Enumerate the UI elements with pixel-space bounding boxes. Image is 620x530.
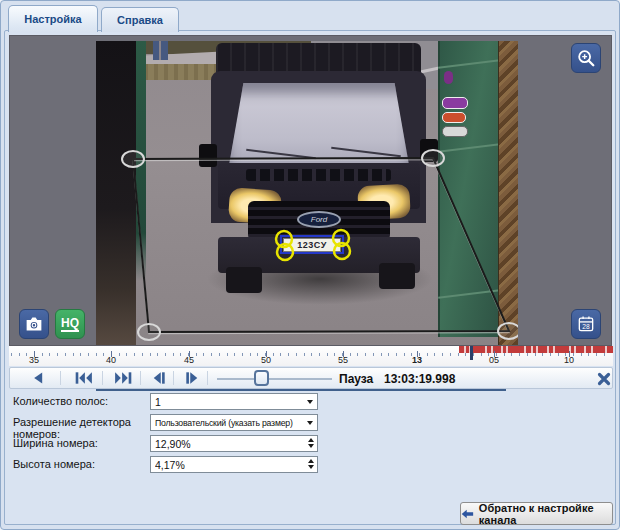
close-archive-button[interactable] <box>596 371 612 387</box>
ruler-tick-minor <box>519 353 520 356</box>
ruler-label: 10 <box>559 355 579 365</box>
ruler-tick-minor <box>250 353 251 356</box>
arrow-left-icon <box>461 508 474 520</box>
ruler-tick-minor <box>142 353 143 356</box>
ruler-tick-minor <box>165 353 166 356</box>
ruler-tick-minor <box>80 353 81 356</box>
plate-height-input[interactable]: 4,17% <box>150 456 318 473</box>
ruler-label: 50 <box>256 355 276 365</box>
ruler-tick-minor <box>327 353 328 356</box>
ruler-tick-minor <box>527 353 528 356</box>
camera-icon <box>24 315 44 333</box>
recorded-segment <box>549 346 553 353</box>
recorded-segment <box>593 346 605 353</box>
zoom-in-icon <box>576 48 596 68</box>
speed-slider-track[interactable] <box>217 378 332 380</box>
lpr-settings-window: Настройка Справка <box>0 0 620 530</box>
plate-height-stepper[interactable] <box>308 459 314 469</box>
toolbar-underline <box>96 389 506 391</box>
ruler-label: 55 <box>333 355 353 365</box>
toolbar-separator <box>140 371 141 385</box>
lanes-count-value: 1 <box>155 395 302 409</box>
plate-width-stepper[interactable] <box>308 438 314 448</box>
tab-settings[interactable]: Настройка <box>8 5 98 32</box>
calendar-button[interactable]: 28 <box>571 309 601 339</box>
detection-zone-overlay[interactable] <box>96 41 518 345</box>
recorded-segment <box>538 346 547 353</box>
step-backward-button[interactable] <box>146 370 172 386</box>
recorded-band[interactable] <box>459 346 613 353</box>
ruler-tick-minor <box>57 353 58 356</box>
recorded-segment <box>459 346 464 353</box>
back-to-channel-button[interactable]: Обратно к настройке канала <box>460 502 613 525</box>
ruler-tick-minor <box>373 353 374 356</box>
ruler-tick-minor <box>458 353 459 356</box>
zone-handle-bottom-right[interactable] <box>498 323 518 339</box>
ruler-tick-minor <box>65 353 66 356</box>
ruler-tick-minor <box>588 353 589 356</box>
recorded-segment <box>508 346 524 353</box>
spin-up-icon[interactable] <box>308 438 314 442</box>
recorded-segment <box>571 346 574 353</box>
video-frame[interactable]: Ford 123СУ <box>96 41 518 345</box>
ruler-tick-minor <box>296 353 297 356</box>
ruler-tick-minor <box>396 353 397 356</box>
zone-handle-top-right[interactable] <box>422 150 444 166</box>
plate-width-input[interactable]: 12,90% <box>150 435 318 452</box>
ruler-tick-minor <box>219 353 220 356</box>
tab-help[interactable]: Справка <box>101 7 179 32</box>
step-forward-icon <box>184 371 200 385</box>
toolbar-separator <box>102 371 103 385</box>
recorded-segment <box>466 346 469 353</box>
skip-to-end-button[interactable] <box>110 370 136 386</box>
ruler-tick-minor <box>465 353 466 356</box>
ruler-tick-minor <box>73 353 74 356</box>
ruler-tick-minor <box>96 353 97 356</box>
spin-down-icon[interactable] <box>308 444 314 448</box>
hq-quality-button[interactable]: HQ <box>55 309 85 339</box>
skip-to-start-button[interactable] <box>71 370 97 386</box>
ruler-tick-minor <box>404 353 405 356</box>
timeline-ruler[interactable]: 3540455055130510 <box>9 346 613 366</box>
tab-settings-label: Настройка <box>24 13 81 25</box>
plate-width-label: Ширина номера: <box>13 437 153 449</box>
recorded-segment <box>555 346 569 353</box>
chevron-down-icon[interactable] <box>307 421 313 425</box>
plate-width-value: 12,90% <box>155 437 302 451</box>
zone-handle-bottom-left[interactable] <box>138 324 160 340</box>
ruler-label: 05 <box>484 355 504 365</box>
close-icon <box>596 371 612 387</box>
ruler-tick-minor <box>604 353 605 356</box>
detector-resolution-select[interactable]: Пользовательский (указать размер) <box>150 414 318 431</box>
skip-to-start-icon <box>74 371 94 385</box>
toolbar-separator <box>207 371 208 385</box>
speed-slider-handle[interactable] <box>254 370 269 386</box>
recorded-segment <box>526 346 531 353</box>
spin-down-icon[interactable] <box>308 465 314 469</box>
zoom-in-button[interactable] <box>571 43 601 73</box>
ruler-tick-minor <box>126 353 127 356</box>
step-forward-button[interactable] <box>179 370 205 386</box>
timeline-cursor[interactable] <box>470 346 473 360</box>
ruler-tick-minor <box>434 353 435 356</box>
recorded-segment <box>576 346 584 353</box>
recorded-segment <box>503 346 506 353</box>
ruler-tick-minor <box>88 353 89 356</box>
ruler-label: 35 <box>24 355 44 365</box>
plate-height-value: 4,17% <box>155 458 302 472</box>
spin-up-icon[interactable] <box>308 459 314 463</box>
play-backward-button[interactable] <box>26 370 52 386</box>
snapshot-button[interactable] <box>19 309 49 339</box>
ruler-label: 13 <box>407 355 427 365</box>
ruler-tick-minor <box>311 353 312 356</box>
detection-zone-border[interactable] <box>133 158 509 332</box>
ruler-tick-minor <box>365 353 366 356</box>
toolbar-separator <box>60 371 61 385</box>
zone-handle-top-left[interactable] <box>122 151 144 167</box>
chevron-down-icon[interactable] <box>307 400 313 404</box>
skip-to-end-icon <box>113 371 133 385</box>
ruler-tick-minor <box>150 353 151 356</box>
ruler-tick-minor <box>203 353 204 356</box>
ruler-tick-minor <box>450 353 451 356</box>
lanes-count-select[interactable]: 1 <box>150 393 318 410</box>
